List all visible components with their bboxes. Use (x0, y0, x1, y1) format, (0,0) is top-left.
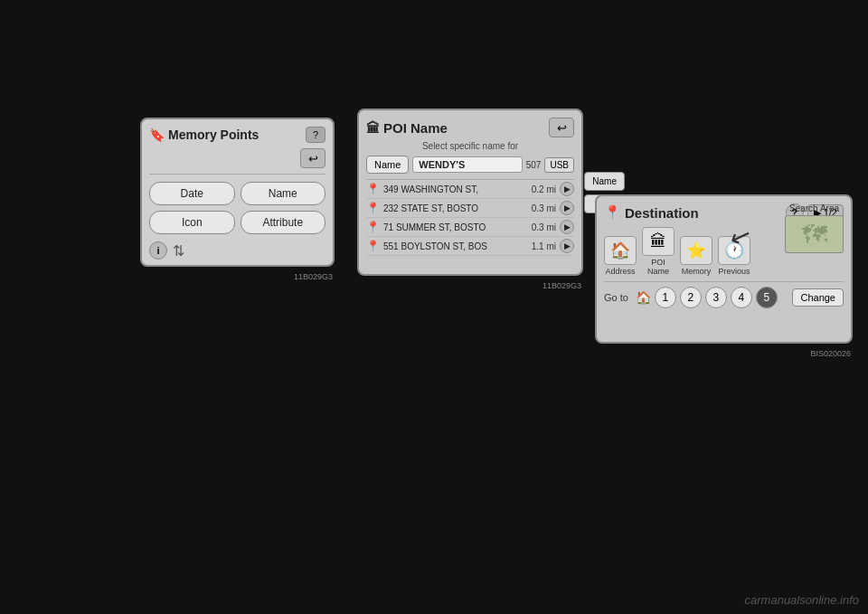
panel1-back-button[interactable]: ↩ (300, 148, 326, 168)
address-icon-label: Address (605, 267, 635, 276)
panel2-title: 🏛 POI Name (366, 120, 448, 136)
previous-icon-item[interactable]: 🕐 Previous (718, 236, 750, 276)
pin-icon: 📍 (366, 183, 380, 195)
panel1-title-text: Memory Points (168, 128, 259, 142)
goto-label: Go to (604, 292, 628, 303)
destination-icon: 📍 (604, 204, 621, 221)
dist-text: 0.2 mi (532, 184, 556, 194)
num-3-button[interactable]: 3 (705, 287, 727, 308)
previous-icon-label: Previous (718, 267, 750, 276)
panel2-back-button[interactable]: ↩ (549, 118, 574, 137)
poi-icon: 🏛 (366, 120, 380, 136)
panel1-buttons-grid: Date Name Icon Attribute (149, 182, 326, 234)
address-text: 349 WASHINGTON ST, (383, 184, 528, 194)
panel2-header: 🏛 POI Name ↩ (366, 118, 574, 137)
memory-icon-label: Memory (682, 267, 712, 276)
dist-text: 1.1 mi (532, 241, 556, 251)
panel2-list: 📍 349 WASHINGTON ST, 0.2 mi ▶ 📍 232 STAT… (366, 179, 574, 256)
num-4-button[interactable]: 4 (731, 287, 752, 308)
map-us-icon: 🗺 (802, 220, 827, 250)
panel3-title-text: Destination (625, 205, 699, 221)
sort-icon: ⇅ (173, 242, 184, 260)
pin-icon: 📍 (366, 202, 380, 214)
bookmark-icon: 🔖 (149, 128, 165, 142)
search-area-label: Search Area (785, 203, 844, 213)
icon-button[interactable]: Icon (149, 211, 235, 234)
date-button[interactable]: Date (149, 182, 235, 205)
name-button[interactable]: Name (241, 182, 326, 205)
map-thumbnail[interactable]: 🗺 (785, 215, 844, 253)
panel2-search-row: Name WENDY'S 507 USB (366, 156, 574, 174)
panel3-code: BIS020026 (810, 349, 851, 358)
panel1-back-row: ↩ (149, 148, 326, 168)
address-text: 71 SUMMER ST, BOSTO (383, 222, 528, 232)
poi-icon-box: 🏛 (642, 227, 675, 256)
list-item[interactable]: 📍 232 STATE ST, BOSTO 0.3 mi ▶ (366, 199, 574, 218)
num-5-button[interactable]: 5 (756, 287, 778, 308)
panel1-close-button[interactable]: ? (306, 127, 326, 143)
destination-panel: 📍 Destination ? ▶ 1/2 Search Area 🗺 🏠 Ad… (595, 194, 853, 344)
memory-icon-item[interactable]: ⭐ Memory (680, 236, 712, 276)
pin-icon: 📍 (366, 221, 380, 233)
panel2-code: 11B029G3 (542, 281, 581, 290)
arrow-button[interactable]: ▶ (560, 201, 574, 215)
name-sort-button[interactable]: Name (584, 172, 625, 191)
num-1-button[interactable]: 1 (655, 287, 676, 308)
search-area-section: Search Area 🗺 (785, 203, 844, 253)
info-button[interactable]: i (149, 241, 167, 260)
attribute-button[interactable]: Attribute (241, 211, 326, 234)
num-2-button[interactable]: 2 (680, 287, 702, 308)
panel2-name-button[interactable]: Name (366, 156, 409, 174)
address-icon-item[interactable]: 🏠 Address (604, 236, 637, 276)
previous-icon-box: 🕐 (718, 236, 750, 265)
dist-text: 0.3 mi (532, 203, 556, 213)
panel1-code: 11B029G3 (294, 272, 333, 281)
panel3-bottom-row: Go to 🏠 1 2 3 4 5 Change (604, 281, 844, 308)
poi-name-panel: 🏛 POI Name ↩ Select specific name for Na… (357, 109, 583, 276)
pin-icon: 📍 (366, 240, 380, 252)
panel1-divider (149, 174, 326, 175)
list-item[interactable]: 📍 349 WASHINGTON ST, 0.2 mi ▶ (366, 180, 574, 199)
panel1-footer: i ⇅ (149, 241, 326, 260)
panel1-header: 🔖 Memory Points ? (149, 127, 326, 143)
panel2-subtitle: Select specific name for (366, 141, 574, 151)
address-text: 551 BOYLSTON ST, BOS (383, 241, 528, 251)
address-icon-box: 🏠 (604, 236, 637, 265)
watermark: carmanualsonline.info (745, 593, 859, 607)
poi-icon-label: POIName (647, 258, 669, 276)
arrow-button[interactable]: ▶ (560, 239, 574, 253)
panel3-title: 📍 Destination (604, 204, 699, 221)
goto-icon: 🏠 (636, 290, 651, 305)
list-item[interactable]: 📍 71 SUMMER ST, BOSTO 0.3 mi ▶ (366, 218, 574, 237)
list-item[interactable]: 📍 551 BOYLSTON ST, BOS 1.1 mi ▶ (366, 237, 574, 256)
arrow-button[interactable]: ▶ (560, 220, 574, 234)
arrow-button[interactable]: ▶ (560, 182, 574, 196)
panel2-count: 507 (526, 160, 542, 170)
memory-points-panel: 🔖 Memory Points ? ↩ Date Name Icon Attri… (140, 118, 335, 267)
panel1-title: 🔖 Memory Points (149, 128, 259, 142)
poi-icon-item[interactable]: 🏛 POIName (642, 227, 675, 276)
change-button[interactable]: Change (792, 288, 844, 307)
panel2-search-field[interactable]: WENDY'S (412, 156, 522, 173)
address-text: 232 STATE ST, BOSTO (383, 203, 528, 213)
dist-text: 0.3 mi (532, 222, 556, 232)
page-background: 🔖 Memory Points ? ↩ Date Name Icon Attri… (0, 0, 868, 614)
memory-icon-box: ⭐ (680, 236, 712, 265)
panel2-title-text: POI Name (383, 120, 448, 136)
panel2-usb-button[interactable]: USB (544, 157, 574, 173)
